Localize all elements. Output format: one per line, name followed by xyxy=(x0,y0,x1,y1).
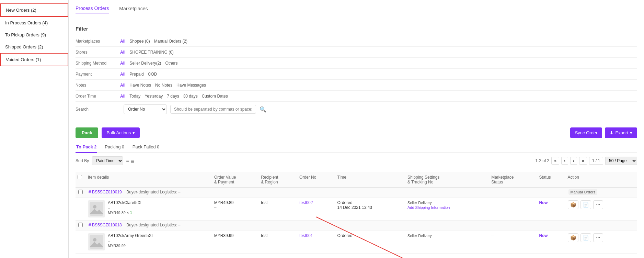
filter-label-stores: Stores xyxy=(76,50,120,55)
filter-option-cod[interactable]: COD xyxy=(148,72,157,77)
filter-option-all-shipping[interactable]: All xyxy=(120,61,125,66)
order-group-1-id-link[interactable]: # BS5SCZ010019 xyxy=(89,190,122,194)
filter-option-shopee[interactable]: Shopee (0) xyxy=(129,39,150,44)
filter-option-have-messages[interactable]: Have Messages xyxy=(176,83,206,88)
filter-option-manual-orders[interactable]: Manual Orders (2) xyxy=(154,39,187,44)
search-input[interactable] xyxy=(170,105,256,114)
bulk-actions-button[interactable]: Bulk Actions ▾ xyxy=(102,127,140,138)
filter-option-all-time[interactable]: All xyxy=(120,94,125,99)
top-nav: Process Orders Marketplaces xyxy=(69,0,644,17)
sidebar-item-shipped-orders[interactable]: Shipped Orders (2) xyxy=(0,41,68,53)
order-no-link-2[interactable]: test001 xyxy=(299,233,313,238)
td-item-details-1: AB102skClaret5XL – MYR49.89 × 1 xyxy=(86,198,212,221)
td-marketplace-status-1: – xyxy=(489,198,537,221)
th-order-value: Order Value& Payment xyxy=(212,172,259,188)
search-select[interactable]: Order No Customer Name Item Name xyxy=(124,104,167,114)
sidebar-item-in-process[interactable]: In Process Orders (4) xyxy=(0,17,68,29)
more-btn-2[interactable]: ··· xyxy=(593,233,603,242)
box-icon-btn-2[interactable]: 📦 xyxy=(568,233,578,242)
filter-options-shipping: All Seller Delivery(2) Others xyxy=(120,61,177,66)
sidebar-item-new-orders[interactable]: New Orders (2) xyxy=(0,3,68,17)
filter-label-marketplaces: Marketplaces xyxy=(76,39,120,44)
sidebar: New Orders (2) In Process Orders (4) To … xyxy=(0,0,69,258)
filter-option-7days[interactable]: 7 days xyxy=(167,94,179,99)
box-icon-btn-1[interactable]: 📦 xyxy=(568,200,578,209)
pagination-last[interactable]: » xyxy=(579,157,587,165)
filter-option-all-notes[interactable]: All xyxy=(120,83,125,88)
tab-to-pack[interactable]: To Pack 2 xyxy=(76,142,97,153)
file-icon-btn-2[interactable]: 📄 xyxy=(580,233,591,242)
filter-option-no-notes[interactable]: No Notes xyxy=(155,83,172,88)
td-marketplace-status-2: – xyxy=(489,231,537,254)
per-page-select[interactable]: 50 / Page 100 / Page xyxy=(605,157,637,165)
filter-label-payment: Payment xyxy=(76,72,120,77)
filter-title: Filter xyxy=(76,26,637,32)
item-name-1: AB102skClaret5XL xyxy=(108,200,142,205)
filter-option-all-payment[interactable]: All xyxy=(120,72,125,77)
download-icon: ⬇ xyxy=(610,130,613,135)
order-group-2-id-link[interactable]: # BS5SCZ010018 xyxy=(89,223,122,227)
filter-row-notes: Notes All Have Notes No Notes Have Messa… xyxy=(76,80,637,91)
pagination-prev[interactable]: ‹ xyxy=(561,157,568,165)
sort-asc-icon[interactable]: ≡ xyxy=(126,158,129,164)
more-btn-1[interactable]: ··· xyxy=(593,200,603,209)
filter-option-30days[interactable]: 30 days xyxy=(183,94,198,99)
orders-table: Item details Order Value& Payment Recipi… xyxy=(76,172,637,254)
svg-point-1 xyxy=(93,205,96,209)
filter-options-marketplaces: All Shopee (0) Manual Orders (2) xyxy=(120,39,187,44)
pagination-next[interactable]: › xyxy=(570,157,577,165)
item-price-1: MYR49.89 × 1 xyxy=(108,211,142,215)
file-icon-btn-1[interactable]: 📄 xyxy=(580,200,591,209)
order-group-1-checkbox[interactable] xyxy=(78,190,83,194)
filter-row-payment: Payment All Prepaid COD xyxy=(76,69,637,80)
filter-option-shopee-training[interactable]: SHOPEE TRAINING (0) xyxy=(129,50,173,55)
filter-option-prepaid[interactable]: Prepaid xyxy=(129,72,143,77)
select-all-checkbox[interactable] xyxy=(78,175,82,179)
sync-order-button[interactable]: Sync Order xyxy=(570,127,602,138)
sort-desc-icon[interactable]: ≣ xyxy=(130,158,135,164)
td-shipping-1: Seller Delivery Add Shipping Information xyxy=(405,198,489,221)
td-order-no-2: test001 xyxy=(297,231,335,254)
pagination-bar: 1-2 of 2 « ‹ › » 1 / 1 50 / Page 100 / P… xyxy=(536,157,637,165)
filter-options-time: All Today Yesterday 7 days 30 days Custo… xyxy=(120,94,228,99)
td-shipping-2: Seller Delivery xyxy=(405,231,489,254)
pagination-first[interactable]: « xyxy=(551,157,559,165)
search-button[interactable]: 🔍 xyxy=(260,106,266,113)
nav-process-orders[interactable]: Process Orders xyxy=(76,4,109,13)
filter-options-notes: All Have Notes No Notes Have Messages xyxy=(120,83,206,88)
filter-option-have-notes[interactable]: Have Notes xyxy=(129,83,151,88)
filter-option-all-stores[interactable]: All xyxy=(120,50,125,55)
item-name-2: AB102skArmy Green5XL xyxy=(108,233,154,238)
filter-option-custom-dates[interactable]: Custom Dates xyxy=(202,94,228,99)
td-time-2: Ordered xyxy=(335,231,405,254)
tabs: To Pack 2 Packing 0 Pack Failed 0 xyxy=(76,142,637,153)
add-shipping-link-1[interactable]: Add Shipping Information xyxy=(407,205,450,210)
filter-option-others[interactable]: Others xyxy=(165,61,177,66)
tab-pack-failed[interactable]: Pack Failed 0 xyxy=(132,142,160,153)
table-row-1: AB102skClaret5XL – MYR49.89 × 1 MYR49.89… xyxy=(76,198,637,221)
tab-packing[interactable]: Packing 0 xyxy=(104,142,125,153)
main-content: Process Orders Marketplaces Filter Marke… xyxy=(69,0,644,258)
filter-row-marketplaces: Marketplaces All Shopee (0) Manual Order… xyxy=(76,36,637,47)
action-bar-right: Sync Order ⬇ Export ▾ xyxy=(570,127,637,138)
td-order-value-1: MYR49.89 – xyxy=(212,198,259,221)
filter-option-seller-delivery[interactable]: Seller Delivery(2) xyxy=(129,61,161,66)
sidebar-item-to-pickup[interactable]: To Pickup Orders (9) xyxy=(0,29,68,41)
filter-option-all-marketplaces[interactable]: All xyxy=(120,39,125,44)
sort-select[interactable]: Paid Time xyxy=(92,156,123,165)
order-no-link-1[interactable]: test002 xyxy=(299,200,313,205)
filter-option-today[interactable]: Today xyxy=(129,94,140,99)
filter-options-payment: All Prepaid COD xyxy=(120,72,157,77)
th-checkbox xyxy=(76,172,86,188)
table-header-row: Item details Order Value& Payment Recipi… xyxy=(76,172,637,188)
filter-row-shipping-method: Shipping Method All Seller Delivery(2) O… xyxy=(76,58,637,69)
item-qty-1: 1 xyxy=(130,211,132,215)
th-marketplace-status: MarketplaceStatus xyxy=(489,172,537,188)
filter-option-yesterday[interactable]: Yesterday xyxy=(145,94,163,99)
order-group-2-checkbox[interactable] xyxy=(78,223,83,227)
export-button[interactable]: ⬇ Export ▾ xyxy=(605,127,637,138)
sidebar-item-voided-orders[interactable]: Voided Orders (1) xyxy=(0,53,68,66)
nav-marketplaces[interactable]: Marketplaces xyxy=(119,4,148,13)
order-group-row-2: # BS5SCZ010018 Buyer-designated Logistic… xyxy=(76,221,637,231)
pack-button[interactable]: Pack xyxy=(76,127,98,138)
